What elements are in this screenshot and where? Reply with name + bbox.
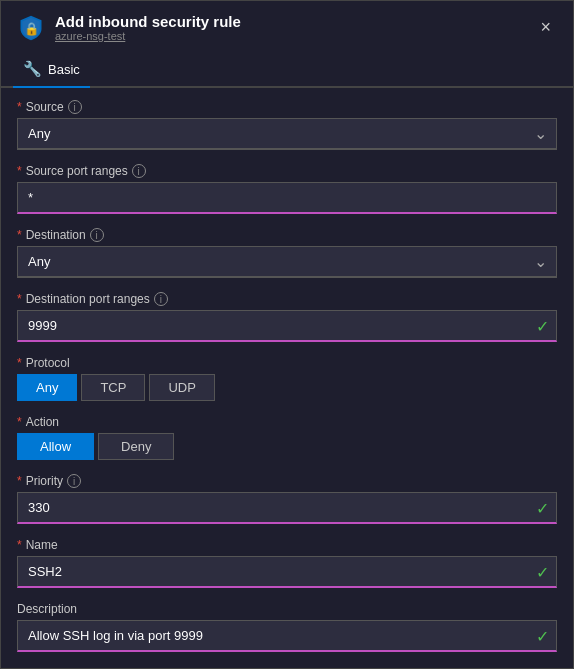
priority-check-icon: ✓ [536, 499, 549, 518]
protocol-udp-button[interactable]: UDP [149, 374, 214, 401]
description-group: Description ✓ [17, 602, 557, 652]
shield-icon: 🔒 [17, 14, 45, 42]
destination-select-wrapper: Any IP Addresses Service Tag [17, 246, 557, 278]
close-button[interactable]: × [534, 15, 557, 40]
source-port-group: * Source port ranges i [17, 164, 557, 214]
dest-port-label-text: Destination port ranges [26, 292, 150, 306]
action-buttons: Allow Deny [17, 433, 557, 460]
name-group: * Name ✓ [17, 538, 557, 588]
tab-basic[interactable]: 🔧 Basic [13, 52, 90, 86]
destination-label: * Destination i [17, 228, 557, 242]
description-label: Description [17, 602, 557, 616]
description-check-icon: ✓ [536, 627, 549, 646]
destination-required: * [17, 228, 22, 242]
dialog-title: Add inbound security rule [55, 13, 241, 30]
name-input-wrapper: ✓ [17, 556, 557, 588]
action-allow-button[interactable]: Allow [17, 433, 94, 460]
dialog-subtitle[interactable]: azure-nsg-test [55, 30, 241, 42]
action-group: * Action Allow Deny [17, 415, 557, 460]
source-info-icon[interactable]: i [68, 100, 82, 114]
destination-info-icon[interactable]: i [90, 228, 104, 242]
source-select-wrapper: Any IP Addresses Service Tag My IP addre… [17, 118, 557, 150]
source-port-input-wrapper [17, 182, 557, 214]
name-label-text: Name [26, 538, 58, 552]
dest-port-group: * Destination port ranges i ✓ [17, 292, 557, 342]
source-port-input[interactable] [17, 182, 557, 214]
destination-label-text: Destination [26, 228, 86, 242]
source-required: * [17, 100, 22, 114]
title-block: Add inbound security rule azure-nsg-test [55, 13, 241, 42]
protocol-label: * Protocol [17, 356, 557, 370]
priority-label: * Priority i [17, 474, 557, 488]
action-label-text: Action [26, 415, 59, 429]
dialog-header: 🔒 Add inbound security rule azure-nsg-te… [1, 1, 573, 52]
protocol-buttons: Any TCP UDP [17, 374, 557, 401]
name-check-icon: ✓ [536, 563, 549, 582]
dest-port-check-icon: ✓ [536, 317, 549, 336]
action-deny-button[interactable]: Deny [98, 433, 174, 460]
source-port-required: * [17, 164, 22, 178]
priority-group: * Priority i ✓ [17, 474, 557, 524]
tab-basic-label: Basic [48, 62, 80, 77]
add-inbound-rule-dialog: 🔒 Add inbound security rule azure-nsg-te… [0, 0, 574, 669]
form-body: * Source i Any IP Addresses Service Tag … [1, 92, 573, 668]
source-label-text: Source [26, 100, 64, 114]
name-label: * Name [17, 538, 557, 552]
source-port-label: * Source port ranges i [17, 164, 557, 178]
protocol-required: * [17, 356, 22, 370]
source-label: * Source i [17, 100, 557, 114]
wrench-icon: 🔧 [23, 60, 42, 78]
svg-text:🔒: 🔒 [24, 21, 40, 37]
name-input[interactable] [17, 556, 557, 588]
description-input-wrapper: ✓ [17, 620, 557, 652]
protocol-label-text: Protocol [26, 356, 70, 370]
source-port-info-icon[interactable]: i [132, 164, 146, 178]
priority-required: * [17, 474, 22, 488]
action-required: * [17, 415, 22, 429]
source-group: * Source i Any IP Addresses Service Tag … [17, 100, 557, 150]
priority-input[interactable] [17, 492, 557, 524]
dest-port-info-icon[interactable]: i [154, 292, 168, 306]
action-label: * Action [17, 415, 557, 429]
protocol-group: * Protocol Any TCP UDP [17, 356, 557, 401]
priority-info-icon[interactable]: i [67, 474, 81, 488]
name-required: * [17, 538, 22, 552]
dest-port-input-wrapper: ✓ [17, 310, 557, 342]
dest-port-input[interactable] [17, 310, 557, 342]
destination-group: * Destination i Any IP Addresses Service… [17, 228, 557, 278]
protocol-tcp-button[interactable]: TCP [81, 374, 145, 401]
priority-input-wrapper: ✓ [17, 492, 557, 524]
destination-select[interactable]: Any IP Addresses Service Tag [17, 246, 557, 278]
priority-label-text: Priority [26, 474, 63, 488]
tab-bar: 🔧 Basic [1, 52, 573, 88]
source-select[interactable]: Any IP Addresses Service Tag My IP addre… [17, 118, 557, 150]
description-input[interactable] [17, 620, 557, 652]
header-left: 🔒 Add inbound security rule azure-nsg-te… [17, 13, 241, 42]
protocol-any-button[interactable]: Any [17, 374, 77, 401]
dest-port-required: * [17, 292, 22, 306]
dest-port-label: * Destination port ranges i [17, 292, 557, 306]
source-port-label-text: Source port ranges [26, 164, 128, 178]
description-label-text: Description [17, 602, 77, 616]
